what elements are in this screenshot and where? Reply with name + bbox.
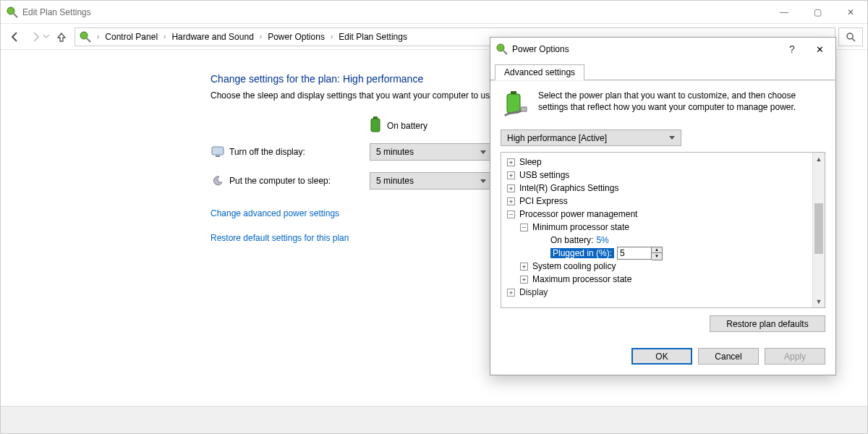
expand-icon[interactable]: + — [507, 158, 515, 166]
restore-plan-defaults-button[interactable]: Restore plan defaults — [710, 315, 825, 332]
edit-plan-settings-window: Edit Plan Settings — ▢ ✕ › Control Panel… — [0, 0, 868, 434]
breadcrumb-icon — [80, 31, 91, 43]
row-sleep-label: Put the computer to sleep: — [229, 176, 370, 186]
content-footer — [1, 406, 867, 433]
tree-plugged-in-label: Plugged in (%): — [550, 248, 614, 258]
svg-rect-6 — [212, 147, 224, 155]
apply-button[interactable]: Apply — [765, 348, 825, 365]
crumb-edit-plan[interactable]: Edit Plan Settings — [336, 30, 410, 43]
chevron-right-icon: › — [328, 33, 336, 41]
minimize-button[interactable]: — — [767, 1, 801, 24]
power-plan-selected-value: High performance [Active] — [507, 133, 607, 143]
tree-usb[interactable]: USB settings — [519, 170, 569, 180]
crumb-control-panel[interactable]: Control Panel — [102, 30, 161, 43]
expand-icon[interactable]: + — [520, 263, 528, 271]
dialog-intro: Select the power plan that you want to c… — [501, 90, 825, 122]
up-button[interactable] — [51, 27, 72, 47]
restore-plan-defaults-label: Restore plan defaults — [726, 319, 808, 329]
cancel-button[interactable]: Cancel — [698, 348, 759, 365]
expand-icon[interactable]: + — [507, 184, 515, 192]
spinner-down-button[interactable]: ▼ — [652, 253, 662, 260]
svg-line-3 — [852, 38, 855, 41]
search-icon — [846, 32, 856, 42]
svg-rect-10 — [507, 94, 520, 113]
plugged-in-spinner[interactable]: ▲ ▼ — [617, 247, 663, 260]
sleep-timeout-battery-select[interactable]: 5 minutes — [370, 172, 493, 190]
svg-rect-9 — [511, 91, 516, 94]
back-button[interactable] — [5, 27, 25, 47]
tree-sleep[interactable]: Sleep — [519, 157, 542, 167]
titlebar: Edit Plan Settings — ▢ ✕ — [1, 1, 867, 24]
collapse-icon[interactable]: – — [507, 210, 515, 218]
dialog-close-button[interactable]: ✕ — [804, 38, 835, 61]
settings-tree[interactable]: +Sleep +USB settings +Intel(R) Graphics … — [501, 152, 825, 308]
dialog-title: Power Options — [512, 44, 569, 54]
expand-icon[interactable]: + — [507, 289, 515, 297]
expand-icon[interactable]: + — [507, 197, 515, 205]
dialog-intro-text: Select the power plan that you want to c… — [538, 90, 825, 122]
dialog-tabs: Advanced settings — [490, 61, 835, 80]
svg-point-2 — [847, 33, 853, 39]
svg-point-1 — [80, 32, 88, 39]
search-button[interactable] — [838, 27, 863, 46]
tree-pci-express[interactable]: PCI Express — [519, 196, 568, 206]
link-advanced-settings[interactable]: Change advanced power settings — [210, 208, 339, 218]
tree-display[interactable]: Display — [519, 287, 548, 297]
maximize-button[interactable]: ▢ — [801, 1, 834, 24]
tree-min-proc-state[interactable]: Minimum processor state — [532, 222, 629, 232]
ok-button[interactable]: OK — [631, 348, 692, 365]
tree-plugged-in-row[interactable]: Plugged in (%): ▲ ▼ — [503, 247, 823, 260]
tab-advanced-settings[interactable]: Advanced settings — [495, 64, 584, 80]
svg-point-8 — [497, 44, 504, 51]
chevron-right-icon: › — [161, 33, 169, 41]
scroll-down-button[interactable]: ▼ — [813, 295, 825, 307]
crumb-hardware-sound[interactable]: Hardware and Sound — [169, 30, 256, 43]
display-timeout-battery-value: 5 minutes — [376, 147, 414, 157]
power-plug-icon — [496, 43, 508, 55]
power-plug-icon — [7, 7, 18, 18]
tree-max-proc-state[interactable]: Maximum processor state — [532, 274, 631, 284]
svg-rect-7 — [216, 156, 220, 157]
dialog-titlebar: Power Options ? ✕ — [490, 38, 835, 61]
link-restore-defaults[interactable]: Restore default settings for this plan — [210, 233, 349, 243]
spinner-buttons: ▲ ▼ — [652, 247, 663, 260]
svg-rect-11 — [521, 107, 527, 111]
close-button[interactable]: ✕ — [834, 1, 867, 24]
battery-icon — [370, 116, 381, 135]
monitor-icon — [210, 145, 225, 158]
column-header-battery-label: On battery — [387, 121, 427, 131]
svg-point-0 — [7, 7, 14, 14]
battery-plug-large-icon — [501, 90, 531, 122]
recent-locations-button[interactable] — [43, 32, 50, 42]
window-title: Edit Plan Settings — [22, 7, 91, 17]
window-controls: — ▢ ✕ — [767, 1, 867, 24]
expand-icon[interactable]: + — [520, 276, 528, 284]
tree-cooling-policy[interactable]: System cooling policy — [532, 261, 616, 271]
moon-icon — [210, 175, 225, 187]
row-display-label: Turn off the display: — [229, 147, 370, 157]
scroll-up-button[interactable]: ▲ — [813, 153, 825, 165]
tree-on-battery-row[interactable]: On battery: 5% — [503, 234, 823, 247]
tree-on-battery-value: 5% — [596, 235, 608, 245]
dialog-footer: OK Cancel Apply — [490, 341, 835, 375]
display-timeout-battery-select[interactable]: 5 minutes — [370, 143, 493, 161]
sleep-timeout-battery-value: 5 minutes — [376, 176, 414, 186]
tree-processor-power-mgmt[interactable]: Processor power management — [519, 209, 637, 219]
collapse-icon[interactable]: – — [520, 224, 528, 231]
tree-on-battery-label: On battery: — [550, 235, 593, 245]
tree-intel-graphics[interactable]: Intel(R) Graphics Settings — [519, 183, 618, 193]
dialog-help-button[interactable]: ? — [780, 43, 804, 55]
crumb-power-options[interactable]: Power Options — [265, 30, 328, 43]
expand-icon[interactable]: + — [507, 171, 515, 179]
chevron-right-icon: › — [94, 33, 102, 41]
svg-rect-5 — [371, 119, 380, 132]
plugged-in-input[interactable] — [617, 247, 652, 260]
tree-scrollbar[interactable]: ▲ ▼ — [812, 153, 825, 307]
power-plan-select[interactable]: High performance [Active] — [501, 129, 681, 146]
spinner-up-button[interactable]: ▲ — [652, 247, 662, 254]
chevron-right-icon: › — [257, 33, 265, 41]
dialog-body: Select the power plan that you want to c… — [490, 81, 835, 341]
power-options-dialog: Power Options ? ✕ Advanced settings Sele… — [490, 37, 836, 375]
scroll-thumb[interactable] — [814, 203, 823, 254]
